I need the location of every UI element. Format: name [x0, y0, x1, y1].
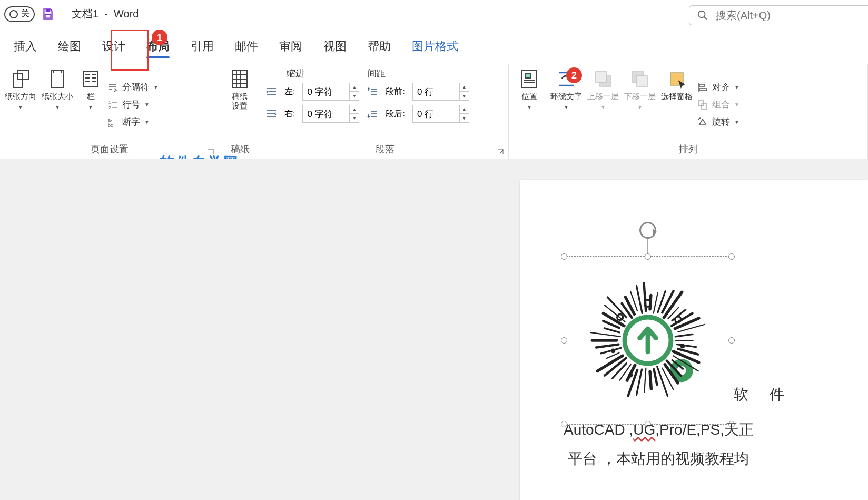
indent-left-input[interactable]: ▲▼: [302, 83, 359, 101]
toggle-circle-icon: [9, 10, 18, 18]
svg-rect-38: [699, 84, 705, 86]
svg-rect-40: [698, 101, 704, 106]
svg-rect-26: [522, 71, 537, 87]
image-selection-frame[interactable]: [564, 256, 732, 425]
send-backward-button[interactable]: 下移一层▼: [624, 67, 656, 141]
resize-handle-tr[interactable]: [728, 253, 735, 260]
svg-line-3: [704, 17, 707, 20]
breaks-button[interactable]: 分隔符▼: [107, 81, 159, 93]
svg-rect-6: [51, 71, 64, 87]
spinner-down[interactable]: ▼: [460, 114, 469, 123]
document-area: 软 件 AutoCAD ,UG,Pro/E,PS,天正 平台 ，本站用的视频教程…: [0, 159, 868, 500]
svg-line-89: [675, 334, 693, 336]
svg-line-56: [644, 368, 646, 393]
position-button[interactable]: 位置▼: [513, 67, 546, 141]
svg-rect-39: [699, 89, 707, 91]
resize-handle-r[interactable]: [728, 337, 735, 344]
indent-right-input[interactable]: ▲▼: [302, 105, 359, 123]
search-box[interactable]: [689, 5, 868, 25]
spinner-up[interactable]: ▲: [350, 83, 359, 92]
indent-right-icon: [265, 109, 277, 119]
svg-text:1: 1: [108, 100, 111, 105]
svg-line-53: [657, 367, 668, 396]
svg-line-55: [650, 371, 651, 389]
annotation-badge-2: 2: [566, 67, 582, 83]
svg-rect-35: [637, 76, 647, 86]
svg-point-94: [680, 344, 685, 349]
doc-text-line3: 平台 ，本站用的视频教程均: [568, 449, 749, 469]
qr-code-image[interactable]: [590, 282, 706, 398]
spinner-up[interactable]: ▲: [460, 105, 469, 114]
svg-text:2: 2: [108, 105, 111, 110]
svg-point-2: [698, 11, 705, 18]
left-label: 左:: [284, 86, 295, 97]
page[interactable]: 软 件 AutoCAD ,UG,Pro/E,PS,天正 平台 ，本站用的视频教程…: [520, 180, 868, 500]
hyphenation-button[interactable]: a-bc 断字▼: [107, 116, 159, 128]
space-before-icon: [367, 87, 378, 96]
group-paragraph: 缩进 间距 左: ▲▼ 段前: ▲▼ 右: ▲▼ 段后:: [261, 64, 509, 159]
line-numbers-button[interactable]: 12 行号▼: [107, 99, 159, 111]
svg-rect-27: [525, 74, 530, 78]
autosave-label: 关: [21, 8, 29, 19]
tab-draw[interactable]: 绘图: [47, 33, 92, 60]
group-button[interactable]: 组合▼: [697, 99, 739, 111]
spinner-down[interactable]: ▼: [350, 114, 359, 123]
tab-picture-format[interactable]: 图片格式: [401, 33, 469, 60]
svg-line-69: [604, 328, 619, 332]
resize-handle-tl[interactable]: [561, 253, 567, 260]
arrange-stack: 对齐▼ 组合▼ 旋转▼: [697, 67, 739, 141]
align-button[interactable]: 对齐▼: [697, 81, 739, 93]
columns-button[interactable]: 栏▼: [78, 67, 103, 141]
group-manuscript: 稿纸 设置 稿纸: [219, 64, 261, 159]
launcher-icon[interactable]: [497, 148, 505, 156]
svg-line-61: [612, 363, 626, 378]
size-button[interactable]: 纸张大小▼: [41, 67, 74, 141]
svg-line-68: [590, 332, 620, 337]
svg-line-80: [654, 293, 658, 313]
tab-help[interactable]: 帮助: [357, 33, 401, 60]
orientation-icon: [10, 68, 31, 90]
group-label-paragraph: 段落: [265, 141, 504, 158]
doc-text-line2: AutoCAD ,UG,Pro/E,PS,天正: [564, 420, 754, 440]
group-label-arrange: 排列: [513, 141, 863, 158]
space-after-icon: [367, 109, 378, 119]
before-label: 段前:: [386, 86, 405, 97]
orientation-button[interactable]: 纸张方向▼: [4, 67, 37, 141]
rotate-handle[interactable]: [639, 222, 656, 239]
tab-view[interactable]: 视图: [313, 33, 357, 60]
manuscript-settings-button[interactable]: 稿纸 设置: [223, 67, 256, 141]
spinner-down[interactable]: ▼: [350, 92, 359, 101]
group-page-setup: 纸张方向▼ 纸张大小▼ 栏▼ 分隔符▼ 12 行号▼ a: [0, 64, 219, 159]
tab-mail[interactable]: 邮件: [224, 33, 269, 60]
svg-point-95: [628, 373, 633, 378]
tab-insert[interactable]: 插入: [3, 33, 47, 60]
bring-forward-button[interactable]: 上移一层▼: [587, 67, 619, 141]
spacing-header: 间距: [368, 67, 386, 80]
rotate-button[interactable]: 旋转▼: [697, 116, 739, 128]
svg-line-54: [654, 369, 657, 385]
annotation-box-1: [111, 30, 149, 71]
svg-line-45: [677, 345, 696, 347]
save-icon[interactable]: [41, 7, 55, 21]
selection-pane-button[interactable]: 选择窗格: [660, 67, 693, 141]
search-input[interactable]: [716, 9, 861, 22]
doc-text-line1: 软 件: [734, 385, 793, 405]
resize-handle-t[interactable]: [645, 253, 651, 260]
indent-header: 缩进: [287, 67, 304, 80]
breaks-icon: [107, 82, 118, 93]
svg-point-93: [611, 348, 616, 353]
tab-review[interactable]: 审阅: [269, 33, 313, 60]
space-before-input[interactable]: ▲▼: [412, 83, 469, 101]
resize-handle-l[interactable]: [561, 337, 567, 344]
spinner-down[interactable]: ▼: [460, 92, 469, 101]
svg-rect-1: [45, 14, 51, 18]
autosave-pill[interactable]: 关: [4, 6, 35, 22]
svg-line-77: [637, 286, 643, 313]
spinner-up[interactable]: ▲: [350, 105, 359, 114]
right-label: 右:: [284, 109, 295, 120]
space-after-input[interactable]: ▲▼: [412, 105, 469, 123]
ribbon: 纸张方向▼ 纸张大小▼ 栏▼ 分隔符▼ 12 行号▼ a: [0, 64, 868, 159]
tab-references[interactable]: 引用: [180, 33, 224, 60]
spinner-up[interactable]: ▲: [460, 83, 469, 92]
indent-left-icon: [265, 87, 277, 96]
